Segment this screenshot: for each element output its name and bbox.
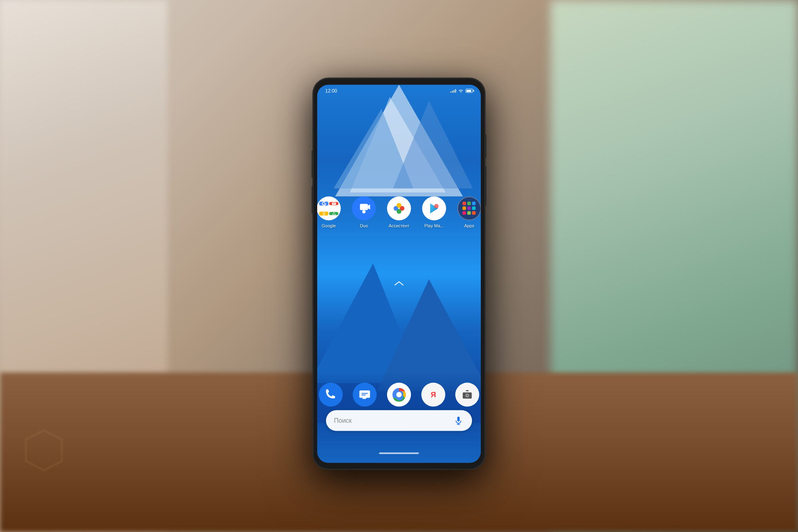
google-folder-icon[interactable]: [317, 197, 341, 221]
assistant-icon[interactable]: [387, 197, 411, 221]
volume-down-button: [312, 186, 313, 214]
play-svg: [427, 202, 441, 215]
wifi-icon: [458, 89, 464, 93]
maps-mini: [319, 211, 328, 215]
search-placeholder[interactable]: Поиск: [334, 417, 453, 424]
app-row-1: Google Duo: [317, 197, 481, 229]
messages-dock-item[interactable]: [352, 383, 379, 409]
apps-label: Apps: [455, 223, 481, 229]
assistant-label: Ассистент: [385, 223, 413, 229]
phone-body: 12:00: [313, 79, 485, 469]
search-mic-icon[interactable]: [453, 415, 464, 426]
google-label: Google: [317, 223, 343, 229]
svg-text:Я: Я: [431, 390, 436, 399]
messages-dock-icon[interactable]: [353, 383, 377, 407]
duo-svg: [357, 202, 371, 215]
phone-screen: 12:00: [317, 85, 481, 463]
status-time: 12:00: [325, 88, 337, 94]
yandex-svg: Я: [427, 388, 440, 402]
status-icons: [450, 89, 473, 93]
apps-mini-9: [472, 211, 476, 215]
apps-mini-1: [462, 202, 466, 205]
watermark-hexagon: [24, 428, 64, 472]
status-bar: 12:00: [317, 85, 481, 97]
apps-folder-item[interactable]: Apps: [455, 197, 481, 229]
chrome-dock-item[interactable]: [385, 383, 413, 409]
google-g-mini: [319, 201, 328, 205]
phone-svg: [324, 388, 337, 401]
apps-mini-2: [467, 202, 471, 205]
apps-mini-4: [462, 207, 466, 210]
svg-point-4: [362, 210, 366, 214]
volume-up-button: [312, 150, 313, 178]
svg-marker-0: [26, 430, 62, 470]
messages-svg: [358, 388, 371, 401]
svg-rect-12: [361, 393, 368, 394]
google-folder-item[interactable]: Google: [317, 197, 343, 229]
apps-mini-6: [472, 207, 476, 210]
svg-point-7: [397, 203, 401, 208]
apps-mini-7: [462, 211, 466, 215]
svg-point-23: [466, 395, 468, 396]
gmail-mini: [329, 202, 338, 205]
yandex-dock-icon[interactable]: Я: [421, 383, 445, 407]
swipe-chevron: [393, 280, 405, 287]
battery-icon: [466, 89, 473, 93]
svg-rect-11: [359, 390, 370, 398]
svg-marker-3: [368, 205, 370, 210]
svg-rect-13: [361, 395, 366, 396]
phone-dock-icon[interactable]: [319, 383, 343, 407]
swipe-up-indicator: [393, 280, 405, 289]
svg-point-10: [434, 204, 439, 208]
duo-label: Duo: [350, 223, 378, 229]
signal-icon: [450, 89, 456, 93]
apps-mini-8: [467, 211, 471, 215]
svg-point-16: [397, 392, 401, 397]
yandex-dock-item[interactable]: Я: [420, 383, 447, 409]
svg-point-1: [323, 212, 325, 214]
battery-fill: [466, 90, 471, 92]
svg-rect-2: [360, 204, 368, 210]
drive-mini: [329, 212, 338, 215]
svg-rect-24: [457, 417, 460, 422]
assistant-svg: [392, 201, 406, 216]
mountain-mid2: [393, 101, 473, 189]
scene: 12:00: [0, 0, 798, 532]
chrome-svg: [392, 388, 406, 402]
apps-mini-5: [467, 207, 471, 210]
app-grid: Google Duo: [317, 197, 481, 236]
chrome-dock-icon[interactable]: [387, 383, 411, 407]
svg-point-8: [397, 209, 401, 214]
camera-dock-icon[interactable]: [455, 383, 479, 407]
mic-svg: [455, 416, 462, 426]
duo-icon[interactable]: [352, 197, 376, 221]
play-icon[interactable]: [422, 197, 446, 221]
apps-mini-3: [472, 202, 476, 205]
apps-folder-icon[interactable]: [457, 197, 481, 221]
search-bar[interactable]: Поиск: [326, 410, 472, 431]
assistant-item[interactable]: Ассистент: [385, 197, 413, 229]
play-item[interactable]: Play Ma...: [420, 197, 448, 229]
home-indicator: [379, 453, 419, 454]
duo-item[interactable]: Duo: [350, 197, 378, 229]
play-label: Play Ma...: [420, 223, 448, 229]
camera-dock-item[interactable]: [454, 383, 481, 409]
dock-area: Я: [317, 383, 481, 409]
phone-dock-item[interactable]: [317, 383, 344, 409]
phone-wrapper: 12:00: [313, 79, 485, 469]
camera-svg: [460, 388, 474, 402]
